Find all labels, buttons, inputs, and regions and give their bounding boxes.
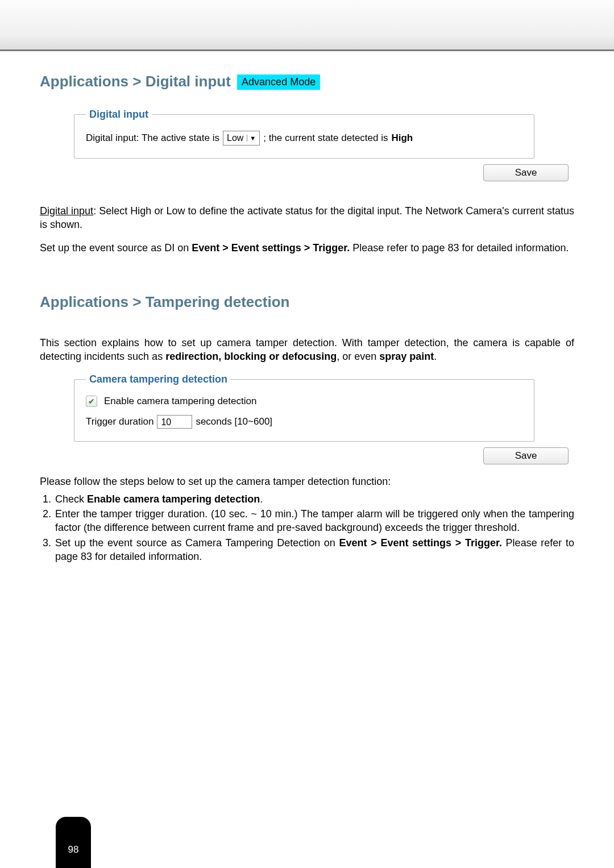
section-title-tampering: Applications > Tampering detection [40, 293, 289, 311]
digital-input-setup-note: Set up the event source as DI on Event >… [40, 241, 574, 255]
di-underline: Digital input [40, 205, 93, 217]
title-text: Applications > Digital input [40, 73, 231, 90]
di-para2-pre: Set up the event source as DI on [40, 242, 192, 254]
step-3: Set up the event source as Camera Tamper… [54, 536, 574, 564]
chevron-down-icon: ▼ [247, 135, 258, 142]
di-para2-bold: Event > Event settings > Trigger. [192, 242, 350, 254]
steps-list: Check Enable camera tampering detection.… [40, 492, 574, 563]
digital-input-legend: Digital input [86, 109, 152, 121]
advanced-mode-badge: Advanced Mode [237, 74, 320, 90]
tampering-intro: This section explains how to set up came… [40, 336, 574, 364]
current-state-value: High [391, 132, 413, 144]
trigger-duration-row: Trigger duration 10 seconds [10~600] [86, 415, 522, 429]
di-para2-post: Please refer to page 83 for detailed inf… [350, 242, 569, 254]
t-intro-mid: , or even [337, 351, 379, 362]
t-intro-bold2: spray paint [379, 351, 434, 362]
steps-intro: Please follow the steps below to set up … [40, 475, 574, 488]
di-label-post: ; the current state detected is [263, 132, 388, 144]
step-2: Enter the tamper trigger duration. (10 s… [54, 507, 574, 535]
tampering-legend: Camera tampering detection [86, 373, 231, 385]
t-intro-end: . [434, 351, 437, 362]
digital-input-row: Digital input: The active state is Low ▼… [86, 131, 522, 146]
trigger-duration-unit: seconds [10~600] [196, 416, 272, 427]
enable-tamper-checkbox[interactable]: ✔ [86, 396, 97, 407]
section-title-digital-input: Applications > Digital input Advanced Mo… [40, 73, 320, 90]
page-number-tab: 98 [56, 817, 91, 868]
di-label-pre: Digital input: The active state is [86, 132, 219, 144]
step1-bold: Enable camera tampering detection [87, 493, 260, 505]
active-state-value: Low [227, 133, 243, 143]
digital-input-description: Digital input: Select High or Low to def… [40, 204, 574, 232]
step-1: Check Enable camera tampering detection. [54, 492, 574, 506]
step3-pre: Set up the event source as Camera Tamper… [55, 537, 339, 549]
section-digital-input: Applications > Digital input Advanced Mo… [40, 68, 574, 255]
section-tampering: Applications > Tampering detection This … [40, 289, 574, 563]
tampering-fieldset: Camera tampering detection ✔ Enable came… [74, 373, 534, 442]
save-button[interactable]: Save [483, 164, 569, 181]
save-button[interactable]: Save [483, 447, 569, 464]
trigger-duration-input[interactable]: 10 [157, 415, 192, 429]
t-intro-bold1: redirection, blocking or defocusing [165, 351, 337, 362]
step1-post: . [260, 493, 263, 505]
active-state-select[interactable]: Low ▼ [223, 131, 260, 146]
step1-pre: Check [55, 493, 87, 505]
trigger-duration-label: Trigger duration [86, 416, 154, 427]
enable-tamper-label: Enable camera tampering detection [104, 396, 256, 407]
page-number: 98 [68, 844, 79, 855]
step3-bold: Event > Event settings > Trigger. [339, 537, 502, 549]
di-para1-rest: : Select High or Low to define the activ… [40, 205, 574, 230]
header-bar [0, 0, 614, 51]
digital-input-fieldset: Digital input Digital input: The active … [74, 109, 534, 159]
enable-tamper-row: ✔ Enable camera tampering detection [86, 396, 522, 407]
